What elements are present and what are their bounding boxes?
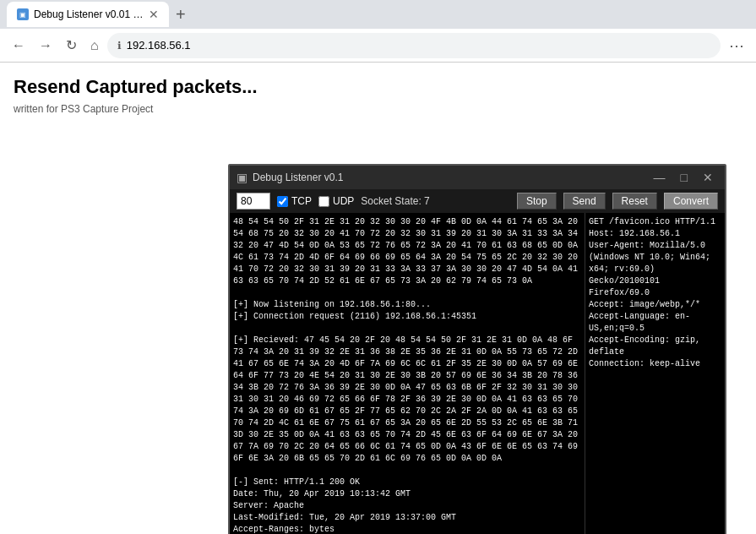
more-options-button[interactable]: ⋯ [724, 33, 749, 58]
page-subtitle: written for PS3 Capture Project [14, 103, 742, 115]
debug-window-title: Debug Listener v0.1 [253, 172, 644, 183]
udp-checkbox[interactable] [318, 196, 329, 207]
maximize-button[interactable]: □ [676, 169, 693, 186]
address-bar[interactable]: ℹ 192.168.56.1 [107, 33, 721, 58]
udp-checkbox-group: UDP [318, 195, 354, 207]
stop-button[interactable]: Stop [517, 193, 557, 210]
debug-main-area: 48 54 54 50 2F 31 2E 31 20 32 30 30 20 4… [230, 213, 725, 534]
tcp-label: TCP [291, 195, 312, 207]
refresh-button[interactable]: ↻ [61, 34, 82, 57]
tcp-checkbox-group: TCP [277, 195, 312, 207]
back-button[interactable]: ← [7, 35, 30, 57]
page-content: Resend Captured packets... written for P… [0, 63, 756, 534]
browser-nav-bar: ← → ↻ ⌂ ℹ 192.168.56.1 ⋯ [0, 29, 756, 63]
ascii-content: GET /favicon.ico HTTP/1.1 Host: 192.168.… [589, 216, 721, 370]
debug-titlebar: ▣ Debug Listener v0.1 — □ ✕ [230, 166, 725, 189]
browser-tab-bar: ▣ Debug Listener v0.01 by VTSTe... ✕ + [0, 0, 756, 29]
hex-content: 48 54 54 50 2F 31 2E 31 20 32 30 30 20 4… [233, 216, 581, 534]
udp-label: UDP [333, 195, 354, 207]
tab-close-button[interactable]: ✕ [149, 8, 159, 21]
lock-icon: ℹ [117, 40, 122, 52]
tcp-checkbox[interactable] [277, 196, 288, 207]
active-tab[interactable]: ▣ Debug Listener v0.01 by VTSTe... ✕ [7, 2, 169, 27]
tab-favicon: ▣ [17, 8, 29, 20]
hex-panel[interactable]: 48 54 54 50 2F 31 2E 31 20 32 30 30 20 4… [230, 213, 585, 534]
send-button[interactable]: Send [563, 193, 606, 210]
debug-window-icon: ▣ [237, 171, 247, 184]
debug-window: ▣ Debug Listener v0.1 — □ ✕ TCP UDP Sock… [228, 164, 726, 534]
convert-button[interactable]: Convert [664, 193, 718, 210]
port-input[interactable] [237, 193, 270, 210]
forward-button[interactable]: → [34, 35, 57, 57]
new-tab-button[interactable]: + [169, 5, 193, 25]
debug-toolbar: TCP UDP Socket State: 7 Stop Send Reset … [230, 189, 725, 213]
socket-state: Socket State: 7 [361, 195, 510, 207]
reset-button[interactable]: Reset [612, 193, 657, 210]
home-button[interactable]: ⌂ [85, 35, 104, 57]
page-title: Resend Captured packets... [14, 76, 742, 98]
tab-label: Debug Listener v0.01 by VTSTe... [34, 8, 144, 20]
minimize-button[interactable]: — [649, 169, 671, 186]
url-display: 192.168.56.1 [127, 39, 710, 52]
close-button[interactable]: ✕ [698, 169, 718, 186]
ascii-panel[interactable]: GET /favicon.ico HTTP/1.1 Host: 192.168.… [585, 213, 725, 534]
